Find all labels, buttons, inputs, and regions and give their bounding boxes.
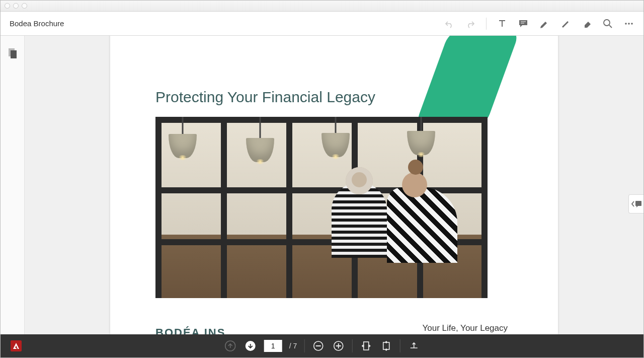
adobe-icon bbox=[13, 342, 20, 349]
bottombar-separator bbox=[352, 339, 352, 352]
bottombar-separator bbox=[399, 339, 400, 352]
thumbnails-icon bbox=[8, 47, 18, 58]
fullscreen-icon bbox=[409, 341, 419, 351]
zoom-in-button[interactable] bbox=[332, 339, 345, 352]
zoom-out-button[interactable] bbox=[311, 339, 325, 352]
arrow-up-icon bbox=[225, 340, 236, 351]
fit-width-icon bbox=[361, 341, 371, 351]
text-icon bbox=[498, 19, 507, 28]
bottombar-separator bbox=[304, 339, 304, 352]
erase-tool-button[interactable] bbox=[581, 18, 592, 29]
search-icon bbox=[603, 19, 613, 29]
svg-rect-11 bbox=[363, 342, 368, 350]
close-window-icon[interactable] bbox=[5, 3, 10, 9]
erase-icon bbox=[582, 19, 592, 28]
svg-point-0 bbox=[604, 20, 610, 26]
toolbar-right bbox=[444, 18, 634, 30]
pdf-page: Protecting Your Financial Legacy Your Li… bbox=[110, 36, 558, 334]
left-rail bbox=[1, 36, 25, 334]
svg-rect-12 bbox=[383, 342, 389, 349]
workspace: Protecting Your Financial Legacy Your Li… bbox=[1, 36, 643, 334]
side-panel-toggle[interactable] bbox=[628, 194, 643, 213]
highlight-icon bbox=[539, 19, 549, 28]
brand-logo: BODÉA INS bbox=[155, 326, 225, 334]
accent-shape bbox=[414, 36, 521, 129]
window-titlebar bbox=[1, 1, 643, 12]
maximize-window-icon[interactable] bbox=[22, 3, 27, 9]
top-toolbar: Bodea Brochure bbox=[1, 12, 643, 36]
comment-tool-button[interactable] bbox=[518, 18, 529, 29]
redo-button[interactable] bbox=[465, 18, 476, 29]
chevron-comment-icon bbox=[631, 199, 642, 208]
toolbar-separator bbox=[486, 18, 487, 30]
fit-width-button[interactable] bbox=[359, 339, 372, 352]
fullscreen-button[interactable] bbox=[407, 339, 420, 352]
arrow-down-icon bbox=[245, 340, 256, 351]
text-tool-button[interactable] bbox=[497, 18, 508, 29]
fit-page-button[interactable] bbox=[379, 339, 392, 352]
canvas[interactable]: Protecting Your Financial Legacy Your Li… bbox=[25, 36, 643, 334]
prev-page-button[interactable] bbox=[224, 339, 237, 352]
bottom-toolbar: / 7 bbox=[1, 334, 643, 357]
svg-point-2 bbox=[628, 23, 630, 25]
next-page-button[interactable] bbox=[244, 339, 257, 352]
bottom-center-controls: / 7 bbox=[224, 339, 421, 352]
draw-icon bbox=[560, 19, 571, 28]
page-number-input[interactable] bbox=[264, 340, 282, 352]
adobe-badge[interactable] bbox=[11, 340, 22, 351]
svg-point-3 bbox=[631, 23, 633, 25]
highlight-tool-button[interactable] bbox=[539, 18, 550, 29]
redo-icon bbox=[465, 19, 475, 28]
zoom-out-icon bbox=[312, 340, 324, 351]
undo-icon bbox=[444, 19, 454, 28]
svg-rect-5 bbox=[11, 50, 17, 58]
undo-button[interactable] bbox=[444, 18, 455, 29]
minimize-window-icon[interactable] bbox=[13, 3, 19, 9]
svg-rect-6 bbox=[635, 201, 641, 206]
thumbnails-button[interactable] bbox=[6, 46, 20, 60]
hero-photo bbox=[155, 117, 488, 298]
more-icon bbox=[624, 19, 634, 29]
draw-tool-button[interactable] bbox=[560, 18, 571, 29]
zoom-in-icon bbox=[333, 340, 344, 351]
more-button[interactable] bbox=[623, 18, 634, 29]
comment-icon bbox=[518, 19, 528, 28]
fit-page-icon bbox=[381, 341, 391, 351]
page-total-label: / 7 bbox=[289, 342, 297, 350]
document-title: Bodea Brochure bbox=[10, 19, 64, 28]
search-button[interactable] bbox=[602, 18, 613, 29]
svg-point-1 bbox=[625, 23, 627, 25]
